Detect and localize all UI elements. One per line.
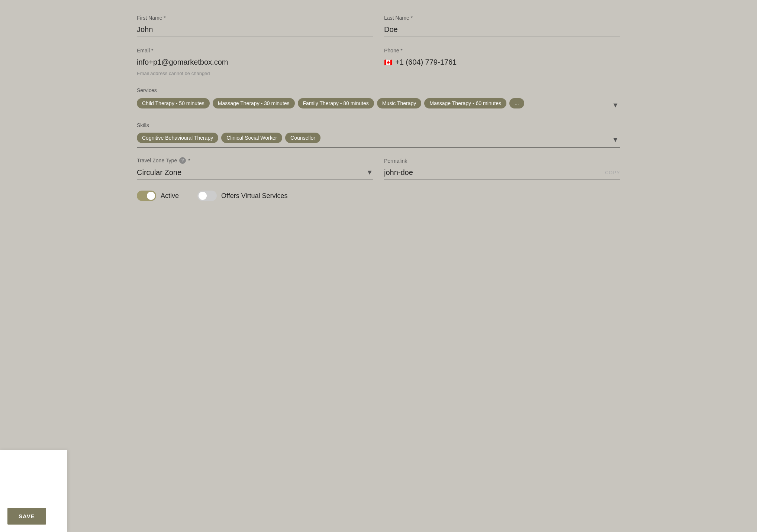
email-label: Email * (137, 48, 373, 53)
travel-zone-value: Circular Zone (137, 168, 366, 177)
last-name-field: Last Name * (384, 15, 620, 36)
services-tags-container[interactable]: Child Therapy - 50 minutes Massage Thera… (137, 97, 620, 113)
services-section: Services Child Therapy - 50 minutes Mass… (137, 87, 620, 113)
virtual-toggle[interactable] (197, 191, 217, 201)
toggles-row: Active Offers Virtual Services (137, 191, 620, 201)
service-tag-family-therapy: Family Therapy - 80 minutes (298, 98, 374, 108)
first-name-field: First Name * (137, 15, 373, 36)
permalink-label: Permalink (384, 158, 620, 164)
canada-flag-icon: 🇨🇦 (384, 58, 392, 66)
last-name-input[interactable] (384, 23, 620, 36)
permalink-input[interactable] (384, 168, 605, 177)
skill-tag-csw: Clinical Social Worker (221, 133, 282, 143)
virtual-toggle-group: Offers Virtual Services (197, 191, 287, 201)
contact-row: Email * Email address cannot be changed … (137, 48, 620, 76)
skills-tags-container[interactable]: Cognitive Behavioural Therapy Clinical S… (137, 132, 620, 148)
service-tag-music-therapy: Music Therapy (377, 98, 422, 108)
virtual-toggle-thumb (199, 192, 207, 200)
first-name-input[interactable] (137, 23, 373, 36)
travel-permalink-row: Travel Zone Type ? * Circular Zone ▼ Per… (137, 157, 620, 179)
service-tag-more: ... (509, 98, 524, 108)
phone-wrapper: 🇨🇦 (384, 56, 620, 69)
service-tag-massage-60: Massage Therapy - 60 minutes (424, 98, 506, 108)
services-dropdown-arrow[interactable]: ▼ (612, 101, 619, 109)
travel-zone-field: Travel Zone Type ? * Circular Zone ▼ (137, 157, 373, 179)
service-tag-massage-30: Massage Therapy - 30 minutes (213, 98, 295, 108)
active-toggle-thumb (147, 192, 155, 200)
email-note: Email address cannot be changed (137, 71, 373, 76)
permalink-field: Permalink COPY (384, 158, 620, 179)
skill-tag-cbt: Cognitive Behavioural Therapy (137, 133, 218, 143)
phone-field: Phone * 🇨🇦 (384, 48, 620, 76)
name-row: First Name * Last Name * (137, 15, 620, 36)
travel-zone-help-icon[interactable]: ? (179, 157, 186, 164)
last-name-label: Last Name * (384, 15, 620, 21)
service-tag-child-therapy: Child Therapy - 50 minutes (137, 98, 210, 108)
travel-zone-select-wrapper[interactable]: Circular Zone ▼ (137, 166, 373, 179)
form-container: First Name * Last Name * Email * Email a… (137, 15, 620, 201)
active-toggle-group: Active (137, 191, 179, 201)
services-label: Services (137, 87, 620, 93)
skills-dropdown-arrow[interactable]: ▼ (612, 136, 619, 144)
offers-virtual-label: Offers Virtual Services (221, 192, 287, 200)
phone-label: Phone * (384, 48, 620, 53)
bottom-card: SAVE (0, 450, 67, 532)
travel-zone-label: Travel Zone Type ? * (137, 157, 373, 164)
permalink-input-wrapper: COPY (384, 166, 620, 179)
first-name-label: First Name * (137, 15, 373, 21)
active-label: Active (161, 192, 179, 200)
active-toggle[interactable] (137, 191, 156, 201)
phone-input[interactable] (395, 58, 620, 66)
skills-section: Skills Cognitive Behavioural Therapy Cli… (137, 122, 620, 148)
save-button[interactable]: SAVE (7, 508, 46, 525)
skills-label: Skills (137, 122, 620, 128)
copy-button[interactable]: COPY (605, 170, 620, 175)
travel-zone-dropdown-arrow[interactable]: ▼ (366, 169, 373, 176)
email-field: Email * Email address cannot be changed (137, 48, 373, 76)
email-input[interactable] (137, 56, 373, 69)
skill-tag-counsellor: Counsellor (285, 133, 320, 143)
